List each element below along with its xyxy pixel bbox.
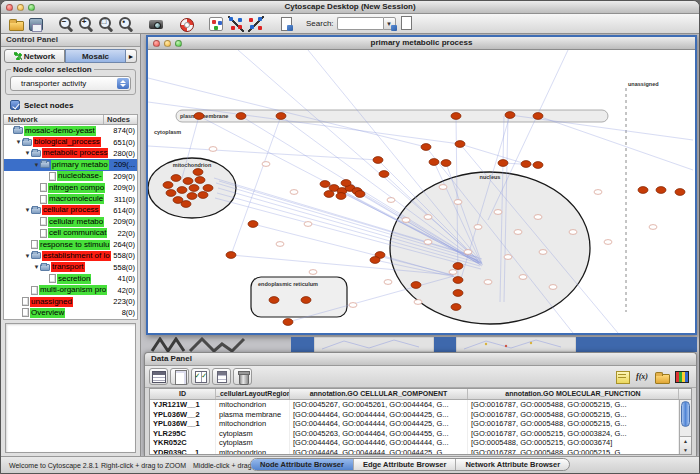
minimize-button[interactable] [164, 40, 171, 47]
table-row[interactable]: YPL036W__1mitochondrion[GO:0044464, GO:0… [150, 419, 691, 429]
minimize-button[interactable] [17, 4, 24, 11]
tree-row[interactable]: nitrogen compo209(0) [4, 182, 137, 193]
new-attribute-icon[interactable] [172, 369, 188, 385]
tab-network[interactable]: Network [4, 49, 65, 63]
scrollbar-thumb[interactable] [681, 401, 690, 427]
tree-row[interactable]: multi-organism pro42(0) [4, 284, 137, 295]
tree-row[interactable]: ▼metabolic process280(0) [4, 148, 137, 159]
app-titlebar[interactable]: Cytoscape Desktop (New Session) [1, 1, 699, 14]
scroll-down-icon[interactable]: ▼ [683, 447, 688, 453]
close-button[interactable] [6, 4, 13, 11]
folder-icon [31, 207, 41, 214]
folder-icon [31, 252, 41, 259]
column-header[interactable]: annotation.GO MOLECULAR_FUNCTION [468, 389, 679, 399]
tree-row[interactable]: mosaic-demo-yeast874(0) [4, 125, 137, 136]
table-row[interactable]: YJR121W__1mitochondrion[GO:0045267, GO:0… [150, 400, 691, 410]
tree-row[interactable]: cell communicat22(0) [4, 228, 137, 239]
save-session-icon[interactable] [28, 16, 44, 32]
network-view-window[interactable]: primary metabolic process plasma membran… [146, 35, 697, 335]
function-builder-icon[interactable]: f(x) [634, 369, 650, 385]
select-attributes-icon[interactable] [193, 369, 209, 385]
tab-edge-attribute-browser[interactable]: Edge Attribute Browser [353, 459, 455, 470]
tree-label: nucleobase- [57, 171, 103, 181]
node-color-dropdown[interactable]: transporter activity [10, 76, 131, 91]
tab-node-attribute-browser[interactable]: Node Attribute Browser [251, 459, 353, 470]
expand-triangle-icon[interactable]: ▼ [33, 262, 40, 272]
edit-network-alt-icon[interactable] [248, 16, 264, 32]
zoom-to-fit-icon[interactable]: ▪ [118, 16, 134, 32]
tree-row[interactable]: ▼primary metabo209(... [4, 159, 137, 170]
new-attribute-icon-button[interactable] [170, 368, 189, 385]
delete-attribute-icon[interactable] [235, 369, 251, 385]
zoom-out-icon[interactable]: − [58, 16, 74, 32]
expand-triangle-icon[interactable]: ▼ [24, 251, 31, 261]
select-attributes-icon-button[interactable] [191, 368, 210, 385]
tree-row[interactable]: Overview8(0) [4, 307, 137, 318]
tree-row[interactable]: secretion41(0) [4, 273, 137, 284]
tree-row[interactable]: macromolecule311(0) [4, 193, 137, 204]
tree-row[interactable]: ▼biological_process651(0) [4, 136, 137, 147]
tree-row[interactable]: unassigned223(0) [4, 296, 137, 307]
tab-network-attribute-browser[interactable]: Network Attribute Browser [455, 459, 569, 470]
network-window-controls [153, 40, 182, 47]
table-cell: [GO:0016787, GO:0005488, GO:0005215, G..… [468, 410, 679, 420]
table-row[interactable]: YDR039C__1mitochondrion[GO:0044464, GO:0… [150, 448, 691, 455]
load-attributes-icon[interactable] [654, 369, 670, 385]
tree-row[interactable]: ▼transport558(0) [4, 262, 137, 273]
tab-mosaic[interactable]: Mosaic [65, 49, 126, 63]
scroll-up-icon[interactable]: ▲ [683, 438, 688, 444]
snapshot-camera-icon[interactable] [148, 16, 164, 32]
node-count: 209(... [114, 160, 135, 169]
node-count: 209(0) [113, 183, 135, 192]
column-header[interactable]: ID [150, 389, 216, 399]
vizmapper-icon[interactable] [208, 16, 224, 32]
table-row[interactable]: YPL036W__2plasma membrane[GO:0044464, GO… [150, 410, 691, 420]
select-nodes-checkbox[interactable] [10, 100, 20, 110]
tree-row[interactable]: cellular metabo209(0) [4, 216, 137, 227]
attribute-table-header[interactable]: ID_cellularLayoutRegionannotation.GO CEL… [150, 389, 691, 400]
zoom-selected-region-icon[interactable]: □ [98, 16, 114, 32]
node-count: 311(0) [114, 195, 135, 204]
annotation-icon[interactable] [278, 16, 294, 32]
more-tabs-button[interactable]: ► [126, 49, 137, 63]
help-icon[interactable] [178, 16, 194, 32]
attribute-list-icon-button[interactable] [212, 368, 231, 385]
network-canvas[interactable]: plasma membranecytoplasmmitochondrionnuc… [148, 50, 695, 333]
expand-triangle-icon[interactable]: ▼ [24, 205, 31, 215]
tree-row[interactable]: nucleobase-209(0) [4, 171, 137, 182]
matrix-icon[interactable] [674, 369, 690, 385]
table-row[interactable]: YKR052Ccytoplasm[GO:0044464, GO:0044446,… [150, 438, 691, 448]
close-button[interactable] [153, 40, 160, 47]
select-nodes-label: Select nodes [24, 101, 73, 110]
attribute-table-icon[interactable] [151, 369, 167, 385]
edit-network-icon[interactable] [228, 16, 244, 32]
expand-triangle-icon[interactable]: ▼ [24, 148, 31, 158]
file-icon [49, 172, 56, 181]
tree-row[interactable]: response to stimulu264(0) [4, 239, 137, 250]
import-attributes-icon[interactable] [614, 369, 630, 385]
status-text: Right-click + drag to ZOOM [101, 462, 186, 469]
attribute-table: ID_cellularLayoutRegionannotation.GO CEL… [149, 388, 692, 455]
attribute-table-icon-button[interactable] [149, 368, 168, 385]
table-row[interactable]: YLR295Ccytoplasm[GO:0045263, GO:0044464,… [150, 429, 691, 439]
zoom-button[interactable] [175, 40, 182, 47]
open-session-icon[interactable] [8, 16, 24, 32]
svg-text:mitochondrion: mitochondrion [173, 162, 212, 168]
tree-row[interactable]: ▼establishment of lo558(0) [4, 250, 137, 261]
expand-triangle-icon[interactable]: ▼ [15, 137, 22, 147]
search-input[interactable] [337, 17, 383, 30]
zoom-in-icon[interactable]: + [78, 16, 94, 32]
table-scrollbar[interactable]: ▲▼ [679, 400, 691, 454]
network-window-titlebar[interactable]: primary metabolic process [148, 37, 695, 50]
delete-attribute-icon-button[interactable] [233, 368, 252, 385]
tree-row[interactable]: ▼cellular process614(0) [4, 205, 137, 216]
birdseye-overview[interactable] [5, 323, 136, 453]
table-cell: [GO:0016787, GO:0005488, GO:0005215, G..… [468, 400, 679, 410]
search-combo[interactable]: ▼ [337, 17, 396, 30]
tree-header[interactable]: Network Nodes [3, 114, 138, 125]
attribute-list-icon[interactable] [214, 369, 230, 385]
column-header[interactable]: annotation.GO CELLULAR_COMPONENT [290, 389, 468, 399]
expand-triangle-icon[interactable]: ▼ [33, 160, 40, 170]
column-header[interactable]: _cellularLayoutRegion [216, 389, 290, 399]
zoom-button[interactable] [28, 4, 35, 11]
